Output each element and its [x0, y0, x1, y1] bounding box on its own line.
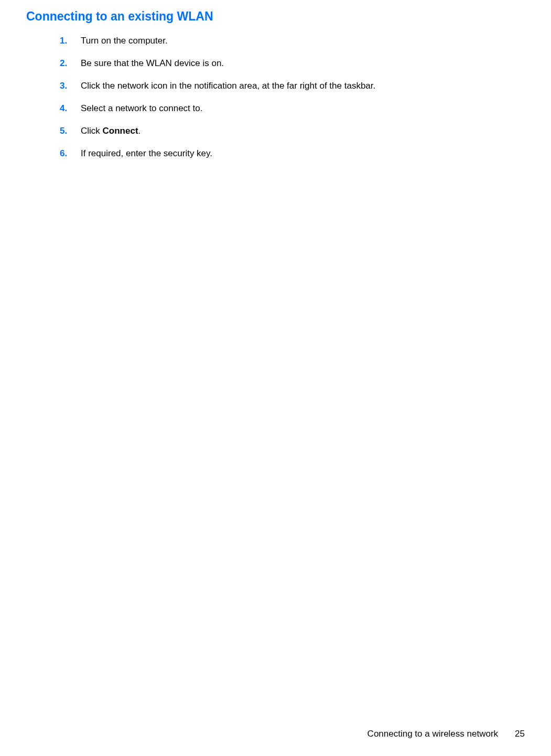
step-text: Click the network icon in the notificati… [81, 80, 375, 92]
section-heading: Connecting to an existing WLAN [26, 9, 525, 24]
step-item: 6. If required, enter the security key. [60, 148, 525, 160]
step-item: 1. Turn on the computer. [60, 35, 525, 47]
step-text: Select a network to connect to. [81, 103, 202, 115]
step-text: Be sure that the WLAN device is on. [81, 58, 224, 70]
page-footer: Connecting to a wireless network 25 [368, 729, 525, 739]
step-text-bold: Connect [103, 126, 138, 136]
step-item: 5. Click Connect. [60, 125, 525, 137]
step-text-suffix: . [138, 126, 141, 136]
step-text: Click Connect. [81, 125, 141, 137]
step-number: 6. [60, 148, 81, 160]
step-item: 3. Click the network icon in the notific… [60, 80, 525, 92]
step-number: 1. [60, 35, 81, 47]
step-text-prefix: Click [81, 126, 103, 136]
step-list: 1. Turn on the computer. 2. Be sure that… [26, 35, 525, 160]
step-item: 4. Select a network to connect to. [60, 103, 525, 115]
step-number: 5. [60, 125, 81, 137]
footer-section-title: Connecting to a wireless network [368, 729, 498, 739]
step-number: 3. [60, 80, 81, 92]
step-item: 2. Be sure that the WLAN device is on. [60, 58, 525, 70]
step-text: If required, enter the security key. [81, 148, 212, 160]
step-text: Turn on the computer. [81, 35, 168, 47]
step-number: 2. [60, 58, 81, 70]
footer-page-number: 25 [515, 729, 525, 739]
step-number: 4. [60, 103, 81, 115]
